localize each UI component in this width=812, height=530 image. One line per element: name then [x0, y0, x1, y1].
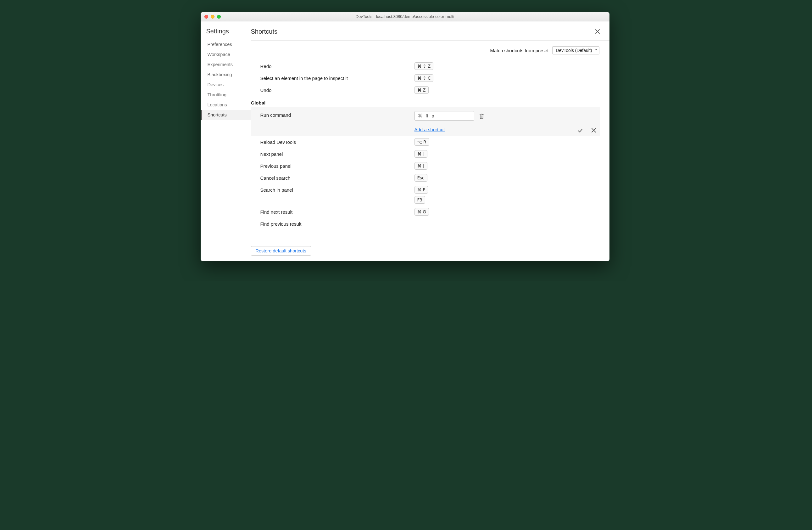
shortcut-label: Cancel search	[251, 174, 415, 181]
shortcut-keys: ⌘ FF3	[415, 186, 600, 204]
shortcut-row[interactable]: Search in panel⌘ FF3	[251, 184, 600, 206]
shortcut-keycap[interactable]: ⌘ Z	[415, 86, 429, 94]
shortcut-keys: ⌘ G	[415, 208, 600, 215]
main-panel: Shortcuts Match shortcuts from preset De…	[251, 22, 609, 261]
shortcut-row[interactable]: Cancel searchEsc	[251, 172, 600, 184]
sidebar-item-shortcuts[interactable]: Shortcuts	[201, 110, 251, 120]
minimize-window-button[interactable]	[211, 15, 215, 18]
shortcut-row[interactable]: Find previous result	[251, 218, 600, 230]
sidebar-title: Settings	[201, 28, 251, 39]
close-window-button[interactable]	[204, 15, 208, 18]
add-shortcut-link[interactable]: Add a shortcut	[415, 127, 445, 132]
content: Settings PreferencesWorkspaceExperiments…	[201, 22, 609, 261]
traffic-lights	[201, 15, 221, 18]
shortcut-label: Undo	[251, 86, 415, 93]
sidebar-item-locations[interactable]: Locations	[201, 100, 251, 110]
shortcut-keys: ⌥ R	[415, 138, 600, 146]
shortcuts-scroll-area[interactable]: Redo⌘ ⇧ ZSelect an element in the page t…	[251, 60, 609, 261]
shortcut-list: Redo⌘ ⇧ ZSelect an element in the page t…	[251, 60, 609, 230]
shortcut-keycap[interactable]: ⌘ [	[415, 162, 427, 170]
window-title: DevTools - localhost:8080/demo/accessibl…	[201, 14, 609, 19]
cancel-edit-icon[interactable]	[591, 128, 596, 134]
shortcut-keys: ⌘ ⇧ C	[415, 74, 600, 82]
sidebar-item-experiments[interactable]: Experiments	[201, 59, 251, 70]
close-settings-button[interactable]	[594, 28, 601, 35]
shortcut-keys: Esc	[415, 174, 600, 182]
shortcut-edit-input[interactable]	[415, 111, 474, 121]
maximize-window-button[interactable]	[217, 15, 221, 18]
edit-row-actions	[577, 128, 596, 134]
shortcut-row[interactable]: Undo⌘ Z	[251, 84, 600, 96]
shortcut-label: Run command	[251, 111, 415, 118]
preset-select[interactable]: DevTools (Default)	[552, 46, 599, 54]
shortcut-keycap[interactable]: ⌘ F	[415, 186, 428, 194]
shortcut-label: Reload DevTools	[251, 138, 415, 145]
shortcut-label: Find next result	[251, 208, 415, 215]
main-header: Shortcuts	[251, 22, 609, 41]
shortcut-row[interactable]: Reload DevTools⌥ R	[251, 136, 600, 148]
shortcut-keys: ⌘ [	[415, 162, 600, 170]
sidebar-item-workspace[interactable]: Workspace	[201, 50, 251, 59]
shortcut-row[interactable]: Redo⌘ ⇧ Z	[251, 60, 600, 72]
shortcut-keycap[interactable]: Esc	[415, 174, 427, 182]
shortcut-row[interactable]: Previous panel⌘ [	[251, 160, 600, 172]
page-title: Shortcuts	[251, 28, 594, 35]
shortcut-keys: ⌘ ⇧ Z	[415, 62, 600, 70]
shortcut-label: Find previous result	[251, 220, 415, 227]
restore-defaults-button[interactable]: Restore default shortcuts	[251, 246, 311, 255]
shortcut-keycap[interactable]: F3	[415, 196, 425, 204]
sidebar-item-preferences[interactable]: Preferences	[201, 39, 251, 50]
shortcut-keycap[interactable]: ⌥ R	[415, 138, 429, 146]
client-area: Settings PreferencesWorkspaceExperiments…	[201, 22, 609, 261]
preset-label: Match shortcuts from preset	[490, 48, 549, 53]
shortcut-label: Select an element in the page to inspect…	[251, 74, 415, 81]
section-title-global: Global	[251, 96, 600, 107]
shortcut-label: Previous panel	[251, 162, 415, 169]
shortcut-keycap[interactable]: ⌘ ]	[415, 150, 427, 158]
shortcut-keys: ⌘ ]	[415, 150, 600, 158]
shortcut-row[interactable]: Select an element in the page to inspect…	[251, 72, 600, 84]
window: DevTools - localhost:8080/demo/accessibl…	[201, 12, 609, 261]
shortcut-keycap[interactable]: ⌘ ⇧ C	[415, 74, 434, 82]
sidebar-item-throttling[interactable]: Throttling	[201, 90, 251, 100]
confirm-edit-icon[interactable]	[577, 128, 583, 134]
titlebar: DevTools - localhost:8080/demo/accessibl…	[201, 12, 609, 22]
shortcut-edit-container: Add a shortcut	[415, 111, 600, 132]
preset-value: DevTools (Default)	[556, 48, 592, 53]
shortcut-label: Redo	[251, 62, 415, 69]
shortcut-row-editing: Run commandAdd a shortcut	[251, 107, 600, 136]
shortcut-row[interactable]: Find next result⌘ G	[251, 206, 600, 218]
footer: Restore default shortcuts	[251, 243, 609, 261]
settings-sidebar: Settings PreferencesWorkspaceExperiments…	[201, 22, 251, 261]
shortcut-keycap[interactable]: ⌘ G	[415, 208, 429, 215]
shortcut-keycap[interactable]: ⌘ ⇧ Z	[415, 62, 434, 70]
preset-row: Match shortcuts from preset DevTools (De…	[251, 41, 609, 60]
shortcut-row[interactable]: Next panel⌘ ]	[251, 148, 600, 160]
delete-shortcut-icon[interactable]	[479, 113, 484, 119]
shortcut-label: Search in panel	[251, 186, 415, 193]
shortcut-keys: ⌘ Z	[415, 86, 600, 94]
sidebar-item-blackboxing[interactable]: Blackboxing	[201, 70, 251, 80]
shortcut-label: Next panel	[251, 150, 415, 157]
sidebar-item-devices[interactable]: Devices	[201, 80, 251, 90]
